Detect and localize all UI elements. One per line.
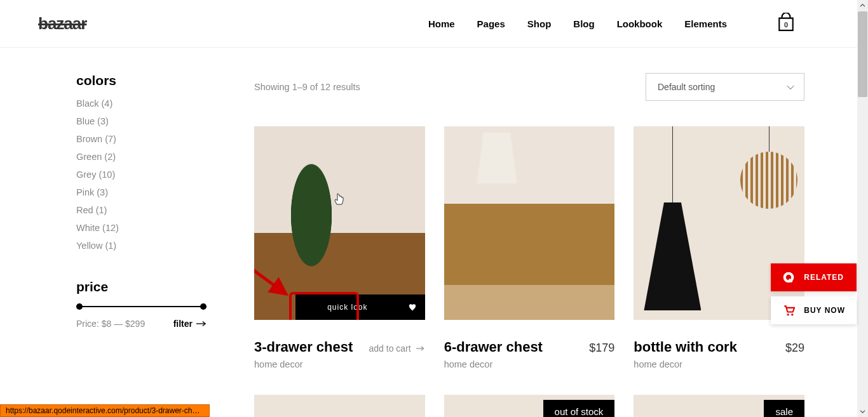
- site-logo[interactable]: bazaar: [38, 14, 86, 34]
- color-filter-white[interactable]: White (12): [76, 223, 216, 233]
- product-listing: Showing 1–9 of 12 results Default sortin…: [254, 73, 804, 417]
- sort-select[interactable]: Default sorting: [646, 73, 804, 101]
- product-card[interactable]: quick look 3-drawer chest add to cart ho…: [254, 126, 425, 369]
- color-filter-red[interactable]: Red (1): [76, 205, 216, 215]
- product-category[interactable]: home decor: [634, 359, 804, 369]
- header-icons: 0: [778, 13, 830, 34]
- product-image[interactable]: [444, 126, 615, 320]
- nav-pages[interactable]: Pages: [477, 18, 505, 29]
- result-count: Showing 1–9 of 12 results: [254, 82, 360, 92]
- site-header: bazaar Home Pages Shop Blog Lookbook Ele…: [0, 0, 868, 48]
- color-filter-green[interactable]: Green (2): [76, 152, 216, 162]
- color-filter-black[interactable]: Black (4): [76, 98, 216, 109]
- scroll-down-icon[interactable]: [860, 409, 865, 414]
- product-image[interactable]: quick look: [254, 126, 425, 320]
- svg-point-17: [791, 314, 793, 315]
- product-price: $29: [785, 341, 804, 355]
- product-grid: quick look 3-drawer chest add to cart ho…: [254, 126, 804, 369]
- color-filter-brown[interactable]: Brown (7): [76, 134, 216, 144]
- filter-button[interactable]: filter: [173, 319, 207, 329]
- product-card[interactable]: 6-drawer chest $179 home decor: [444, 126, 615, 369]
- decorative-lamp: [475, 133, 519, 183]
- filter-sidebar: colors Black (4) Blue (3) Brown (7) Gree…: [76, 73, 216, 417]
- product-image[interactable]: out of stock: [444, 395, 615, 417]
- cart-icon: [782, 304, 795, 317]
- quick-look-bar: quick look: [254, 295, 425, 320]
- product-card[interactable]: sale: [634, 395, 804, 417]
- sort-wrap: Default sorting: [646, 73, 804, 101]
- product-card[interactable]: bottle with cork $29 home decor: [634, 126, 804, 369]
- color-filter-pink[interactable]: Pink (3): [76, 187, 216, 197]
- out-of-stock-badge: out of stock: [543, 400, 615, 417]
- cart-count: 0: [784, 21, 788, 29]
- nav-home[interactable]: Home: [428, 18, 455, 29]
- color-filter-list: Black (4) Blue (3) Brown (7) Green (2) G…: [76, 98, 216, 251]
- related-label: RELATED: [804, 273, 844, 282]
- price-slider[interactable]: [76, 306, 207, 307]
- arrow-right-icon: [416, 345, 425, 352]
- results-bar: Showing 1–9 of 12 results Default sortin…: [254, 73, 804, 101]
- wishlist-button[interactable]: [400, 295, 425, 320]
- product-title[interactable]: 6-drawer chest: [444, 339, 543, 355]
- browser-status-bar: https://bazaar.qodeinteractive.com/produ…: [0, 404, 210, 417]
- nav-elements[interactable]: Elements: [684, 18, 727, 29]
- related-button[interactable]: RELATED: [771, 263, 857, 291]
- price-filter-section: price Price: $8 — $299 filter: [76, 279, 216, 329]
- heart-icon: [408, 303, 417, 312]
- add-to-cart-label: add to cart: [369, 343, 411, 354]
- add-to-cart-button[interactable]: add to cart: [369, 343, 425, 354]
- color-filter-blue[interactable]: Blue (3): [76, 116, 216, 126]
- scroll-up-icon[interactable]: [860, 3, 865, 8]
- arrow-right-icon: [196, 321, 207, 327]
- color-filter-yellow[interactable]: Yellow (1): [76, 241, 216, 251]
- main-nav: Home Pages Shop Blog Lookbook Elements 0: [428, 13, 830, 34]
- product-card[interactable]: [254, 395, 425, 417]
- svg-point-16: [787, 314, 789, 315]
- decorative-pendant: [740, 126, 797, 228]
- page-scrollbar-track[interactable]: [857, 0, 868, 417]
- product-title[interactable]: bottle with cork: [634, 339, 737, 355]
- price-range-text: Price: $8 — $299: [76, 319, 145, 329]
- product-grid-row2: out of stock sale: [254, 395, 804, 417]
- decorative-plant: [280, 136, 343, 295]
- cart-button[interactable]: 0: [778, 13, 794, 34]
- buy-now-button[interactable]: BUY NOW: [771, 296, 857, 324]
- product-image[interactable]: [254, 395, 425, 417]
- product-image[interactable]: sale: [634, 395, 804, 417]
- product-card[interactable]: out of stock: [444, 395, 615, 417]
- product-category[interactable]: home decor: [444, 359, 615, 369]
- product-category[interactable]: home decor: [254, 359, 425, 369]
- sale-badge: sale: [764, 400, 804, 417]
- quick-look-button[interactable]: quick look: [295, 295, 400, 320]
- colors-heading: colors: [76, 73, 216, 88]
- qode-logo-icon: [782, 271, 795, 284]
- floating-actions: RELATED BUY NOW: [771, 263, 857, 324]
- nav-blog[interactable]: Blog: [573, 18, 594, 29]
- product-price: $179: [589, 341, 614, 355]
- filter-button-label: filter: [173, 319, 193, 329]
- buy-now-label: BUY NOW: [804, 306, 845, 315]
- decorative-pendant: [644, 126, 701, 317]
- product-title[interactable]: 3-drawer chest: [254, 339, 353, 355]
- price-heading: price: [76, 279, 216, 295]
- nav-lookbook[interactable]: Lookbook: [617, 18, 663, 29]
- color-filter-grey[interactable]: Grey (10): [76, 169, 216, 180]
- nav-shop[interactable]: Shop: [527, 18, 552, 29]
- page-scrollbar-thumb[interactable]: [858, 11, 867, 97]
